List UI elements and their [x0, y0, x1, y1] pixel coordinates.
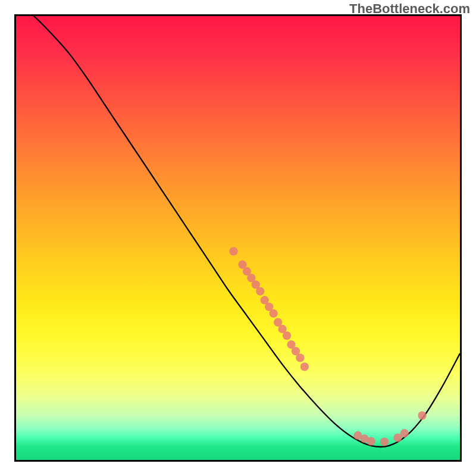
chart-svg: [16, 16, 460, 460]
data-point: [229, 247, 237, 255]
data-point: [300, 362, 309, 371]
watermark-text: TheBottleneck.com: [349, 1, 470, 17]
data-point: [380, 437, 389, 446]
data-point: [296, 353, 304, 362]
data-point: [270, 309, 278, 318]
data-point: [256, 287, 264, 295]
chart-curve: [16, 16, 460, 447]
data-point: [283, 331, 291, 340]
data-point: [400, 429, 409, 437]
data-point: [367, 437, 375, 446]
data-point: [418, 411, 426, 419]
chart-plot-area: [14, 14, 462, 462]
